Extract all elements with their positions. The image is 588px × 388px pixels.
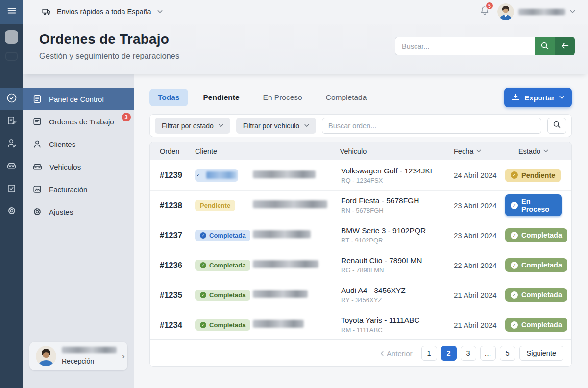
vehicle-ref: RG - 7890LMN bbox=[341, 267, 454, 274]
page-header-text: Ordenes de Trabajo Gestión y seguimiento… bbox=[39, 31, 179, 74]
topbar-right: 5 bbox=[480, 3, 575, 20]
rail-item-vehiculos[interactable] bbox=[0, 155, 23, 178]
gear-icon bbox=[7, 206, 17, 218]
vehicle-name: Renault Clio - 7890LMN bbox=[341, 256, 454, 265]
pagination-page-1[interactable]: 1 bbox=[421, 346, 437, 361]
order-tag: ✓Completada bbox=[195, 290, 250, 301]
sidebar: Panel de Control Ordenes de Trabajo 3 Cl… bbox=[23, 74, 134, 388]
page-header: Ordenes de Trabajo Gestión y seguimiento… bbox=[23, 24, 588, 74]
order-date: 21 Abril 2024 bbox=[454, 291, 505, 299]
checkbox-icon bbox=[7, 184, 16, 195]
vehicle-cell: Ford Fiesta - 5678FGHRN - 5678FGH bbox=[341, 196, 454, 214]
rail-item-panel[interactable] bbox=[0, 88, 23, 110]
column-header-cliente: Cliente bbox=[195, 147, 253, 155]
order-id: #1239 bbox=[160, 170, 195, 180]
vehicle-ref: RM - 1111ABC bbox=[341, 326, 454, 334]
pagination-page-3[interactable]: 3 bbox=[461, 346, 476, 361]
chevron-left-icon bbox=[380, 349, 384, 358]
pagination-ellipsis: … bbox=[480, 346, 496, 361]
global-search-button[interactable] bbox=[535, 37, 555, 55]
status-badge: ✓Completada bbox=[505, 318, 567, 332]
rail-item-clientes[interactable] bbox=[0, 133, 23, 155]
promo-dropdown[interactable]: Envios rápidos a toda España bbox=[42, 7, 163, 17]
check-icon: ✓ bbox=[511, 171, 518, 179]
order-date: 23 Abril 2024 bbox=[454, 231, 505, 240]
sidebar-item-ajustes[interactable]: Ajustes bbox=[23, 200, 134, 223]
order-date: 21 Abril 2024 bbox=[454, 321, 505, 329]
table-row[interactable]: #1239 ✓ Volkswagen Golf - 1234JKLRQ - 12… bbox=[150, 160, 571, 190]
sidebar-item-panel-de-control[interactable]: Panel de Control bbox=[23, 88, 134, 110]
column-header-orden: Orden bbox=[160, 147, 195, 155]
truck-icon bbox=[42, 7, 52, 17]
rail-item-ordenes[interactable] bbox=[0, 110, 23, 133]
person-edit-icon bbox=[7, 138, 17, 150]
sidebar-item-ordenes-de-trabajo[interactable]: Ordenes de Trabajo 3 bbox=[23, 110, 134, 133]
check-circle-icon bbox=[6, 92, 18, 106]
sidebar-item-facturacion[interactable]: Facturación bbox=[23, 178, 134, 200]
order-search-input[interactable] bbox=[322, 118, 541, 134]
notifications-button[interactable]: 5 bbox=[480, 5, 490, 18]
order-id: #1237 bbox=[160, 231, 195, 240]
vehicle-ref: RQ - 1234FSX bbox=[341, 177, 454, 184]
sort-chevron-icon bbox=[543, 149, 548, 153]
rail-item-ajustes[interactable] bbox=[0, 200, 23, 223]
pagination-page-2-active[interactable]: 2 bbox=[441, 346, 457, 361]
check-icon: ✓ bbox=[511, 262, 518, 269]
pagination-previous[interactable]: Anterior bbox=[380, 349, 413, 358]
main-content: Todas Pendiente En Proceso Completada Ex… bbox=[134, 74, 588, 388]
sidebar-item-label: Vehiculos bbox=[49, 163, 81, 171]
sidebar-user-card[interactable]: Recepción › bbox=[29, 342, 127, 370]
sidebar-item-label: Ajustes bbox=[49, 208, 73, 216]
filter-status-dropdown[interactable]: Filtrar por estado bbox=[155, 118, 230, 134]
order-id: #1235 bbox=[160, 291, 195, 300]
tab-pendiente[interactable]: Pendiente bbox=[195, 89, 248, 106]
check-icon: ✓ bbox=[200, 262, 206, 268]
user-menu[interactable] bbox=[497, 3, 575, 20]
tab-todas[interactable]: Todas bbox=[149, 89, 188, 106]
table-row[interactable]: #1237 ✓Completada BMW Serie 3 - 9102PQRR… bbox=[150, 220, 571, 250]
table-row[interactable]: #1236 ✓Completada Renault Clio - 7890LMN… bbox=[150, 250, 571, 280]
order-search-button[interactable] bbox=[547, 118, 566, 134]
table-header: Orden Cliente Vehiculo Fecha Estado bbox=[150, 142, 571, 160]
car-icon bbox=[32, 162, 43, 171]
order-id: #1236 bbox=[160, 261, 195, 270]
vehicle-name: Toyota Yaris - 1111ABC bbox=[341, 316, 454, 325]
hamburger-menu-button[interactable] bbox=[0, 0, 23, 24]
column-header-estado[interactable]: Estado bbox=[505, 147, 562, 155]
filter-vehicle-label: Filtrar por vehiculo bbox=[243, 122, 299, 130]
tab-en-proceso[interactable]: En Proceso bbox=[255, 89, 311, 106]
vehicle-cell: BMW Serie 3 - 9102PQRRT - 9102PQR bbox=[341, 226, 454, 244]
chevron-down-icon bbox=[304, 124, 309, 127]
order-tag: ✓Pendiente bbox=[195, 200, 235, 211]
search-back-button[interactable] bbox=[555, 37, 575, 55]
sidebar-item-clientes[interactable]: Clientes bbox=[23, 133, 134, 155]
pagination-page-5[interactable]: 5 bbox=[500, 346, 515, 361]
pagination-next[interactable]: Siguiente bbox=[519, 346, 564, 361]
column-header-fecha[interactable]: Fecha bbox=[454, 147, 505, 155]
table-row[interactable]: #1238 ✓Pendiente Ford Fiesta - 5678FGHRN… bbox=[150, 190, 571, 220]
document-edit-icon bbox=[7, 116, 17, 127]
vehicle-name: Ford Fiesta - 5678FGH bbox=[341, 196, 454, 205]
decorative-shape bbox=[5, 52, 18, 61]
table-row[interactable]: #1234 ✓Completada Toyota Yaris - 1111ABC… bbox=[150, 310, 571, 340]
tab-completada[interactable]: Completada bbox=[318, 89, 375, 106]
download-icon bbox=[512, 93, 520, 102]
export-button[interactable]: Exportar bbox=[504, 88, 572, 107]
filter-vehicle-dropdown[interactable]: Filtrar por vehiculo bbox=[236, 118, 316, 134]
app-window: Envios rápidos a toda España 5 Ordenes d… bbox=[0, 0, 588, 388]
rail-item-facturacion[interactable] bbox=[0, 178, 23, 200]
sidebar-item-label: Clientes bbox=[49, 140, 75, 148]
order-date: 24 Abril 2024 bbox=[454, 171, 505, 179]
user-card-text: Recepción bbox=[62, 347, 117, 365]
client-name-redacted bbox=[253, 200, 327, 208]
chevron-down-icon bbox=[219, 124, 223, 127]
table-body: #1239 ✓ Volkswagen Golf - 1234JKLRQ - 12… bbox=[150, 160, 571, 340]
filter-status-label: Filtrar por estado bbox=[162, 122, 214, 130]
status-tabs: Todas Pendiente En Proceso Completada Ex… bbox=[149, 88, 572, 107]
car-icon bbox=[6, 161, 17, 172]
order-date: 22 Abril 2024 bbox=[454, 261, 505, 269]
global-search bbox=[395, 37, 575, 55]
table-row[interactable]: #1235 ✓Completada Audi A4 - 3456XYZRY - … bbox=[150, 280, 571, 310]
sidebar-item-vehiculos[interactable]: Vehiculos bbox=[23, 155, 134, 178]
global-search-input[interactable] bbox=[395, 37, 535, 55]
